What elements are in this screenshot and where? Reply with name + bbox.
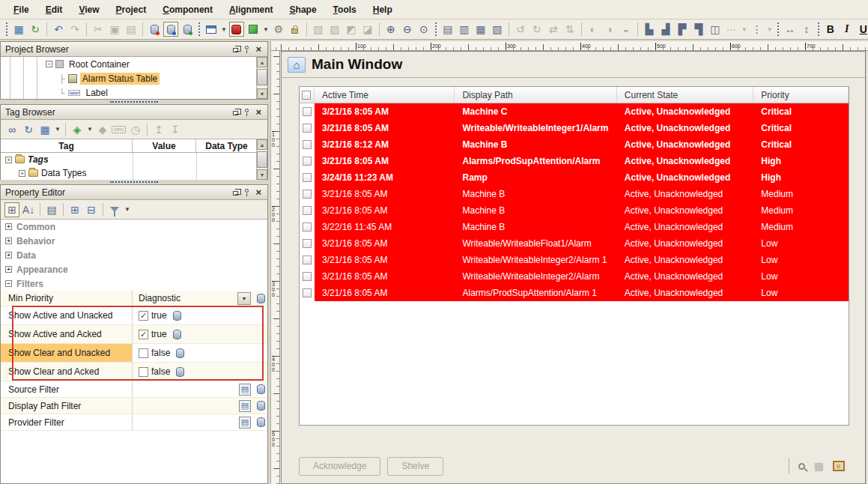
menu-tools[interactable]: Tools [326, 2, 364, 17]
tree-expander-icon[interactable]: − [46, 61, 52, 67]
checkbox-unchecked[interactable] [139, 367, 148, 377]
alarm-row[interactable]: 3/21/16 8:05 AMMachine BActive, Unacknow… [300, 186, 849, 202]
property-row-display-path-filter[interactable]: Display Path Filter▤ [1, 398, 267, 414]
checkbox-checked[interactable]: ✓ [139, 330, 148, 339]
underline-icon[interactable]: U [856, 22, 868, 37]
close-icon[interactable]: × [255, 109, 261, 116]
align-bottom-icon[interactable]: ▜ [691, 22, 706, 37]
alarm-row[interactable]: 3/21/16 8:05 AMWriteable/WriteableIntege… [300, 120, 849, 136]
menu-project[interactable]: Project [109, 2, 154, 17]
section-expander-icon[interactable]: + [5, 266, 12, 273]
scroll-thumb[interactable] [257, 69, 267, 85]
float-icon[interactable] [233, 111, 238, 115]
alarm-row[interactable]: 3/21/16 8:05 AMAlarms/ProdSupAttention/A… [300, 285, 849, 301]
property-row-show-active-and-unacked[interactable]: Show Active and Unacked✓true [1, 306, 267, 325]
tree-item-alarm-status-table[interactable]: ├Alarm Status Table [1, 71, 267, 85]
binding-icon[interactable] [176, 367, 184, 377]
db-read-mode-icon[interactable] [163, 22, 178, 37]
alarm-row[interactable]: 3/21/16 8:05 AMWriteable/WriteableIntege… [300, 268, 849, 285]
categorize-view-icon[interactable]: ⊞ [4, 202, 19, 217]
shape-tool-icon[interactable] [246, 22, 261, 37]
align-top-icon[interactable]: ▛ [675, 22, 690, 37]
save-icon[interactable]: ▦ [11, 22, 26, 37]
alarm-row[interactable]: 3/24/16 11:23 AMRampActive, Unacknowledg… [300, 169, 849, 186]
dropdown-arrow-icon[interactable]: ▼ [87, 126, 93, 133]
shelved-alarms-icon[interactable]: ≡ [833, 461, 845, 471]
scroll-up-icon[interactable]: ▲ [257, 57, 267, 67]
select-all-checkbox[interactable] [302, 91, 311, 100]
float-icon[interactable] [233, 48, 238, 52]
scroll-down-icon[interactable]: ▼ [257, 88, 267, 99]
main-window-titlebar[interactable]: ⌂ Main Window [282, 52, 865, 78]
property-row-show-clear-and-unacked[interactable]: Show Clear and Unackedfalse [1, 344, 267, 363]
tag-tree-item-tags[interactable]: +Tags [1, 153, 267, 166]
binding-icon[interactable] [257, 384, 265, 394]
match-height-icon[interactable]: ↕ [799, 22, 814, 37]
binding-icon[interactable] [176, 348, 184, 358]
filter-properties-icon[interactable] [107, 202, 122, 217]
property-row-provider-filter[interactable]: Provider Filter▤ [1, 414, 267, 431]
close-icon[interactable]: × [255, 189, 261, 196]
tag-tree-item-data-types[interactable]: +Data Types [1, 166, 267, 180]
close-icon[interactable]: × [255, 46, 261, 53]
edit-text-icon[interactable]: ▤ [239, 384, 251, 396]
toolbar-handle[interactable] [6, 22, 7, 36]
zoom-out-icon[interactable]: ⊖ [400, 22, 415, 37]
toolbar-handle[interactable] [435, 22, 437, 36]
toolbar-handle[interactable] [818, 22, 819, 36]
search-icon[interactable] [798, 463, 805, 470]
component-palette-button-icon[interactable] [229, 22, 244, 37]
section-expander-icon[interactable]: + [5, 223, 12, 230]
tag-tree-scrollbar[interactable]: ▲ ▼ [256, 139, 267, 180]
acknowledge-button[interactable]: Acknowledge [299, 457, 380, 476]
row-checkbox[interactable] [303, 239, 312, 248]
show-description-icon[interactable]: ▤ [44, 202, 59, 217]
italic-icon[interactable]: I [840, 22, 855, 37]
open-window-icon[interactable] [204, 22, 219, 37]
tag-refresh-icon[interactable]: ↻ [21, 122, 36, 137]
project-gears-icon[interactable]: ⚙ [271, 22, 286, 37]
align-right-icon[interactable]: ▟ [658, 22, 673, 37]
section-common[interactable]: +Common [1, 220, 267, 234]
section-expander-icon[interactable]: + [5, 252, 12, 258]
row-checkbox[interactable] [303, 107, 312, 116]
dropdown-arrow-icon[interactable]: ▼ [55, 126, 61, 133]
dropdown-arrow-icon[interactable]: ▼ [263, 26, 269, 33]
update-project-icon[interactable]: ↻ [28, 22, 43, 37]
section-expander-icon[interactable]: − [5, 280, 12, 287]
project-tree-scrollbar[interactable]: ▲ ▼ [256, 57, 267, 99]
row-checkbox[interactable] [303, 223, 312, 232]
alarm-row[interactable]: 3/21/16 8:12 AMMachine BActive, Unacknow… [300, 136, 849, 153]
row-checkbox[interactable] [303, 173, 312, 182]
tag-search-icon[interactable]: ∞ [4, 122, 19, 137]
menu-alignment[interactable]: Alignment [222, 2, 281, 17]
column-header-priority[interactable]: Priority [753, 87, 849, 103]
pin-icon[interactable] [245, 46, 249, 49]
db-connection-off-icon[interactable] [147, 22, 162, 37]
move-forward-icon[interactable]: ▤ [440, 22, 455, 37]
property-row-show-active-and-acked[interactable]: Show Active and Acked✓true [1, 325, 267, 344]
menu-help[interactable]: Help [365, 2, 400, 17]
undo-icon[interactable]: ↶ [51, 22, 66, 37]
checkbox-checked[interactable]: ✓ [139, 311, 148, 321]
distribute-vertical-icon[interactable]: ⋮ [750, 22, 765, 37]
row-checkbox[interactable] [303, 255, 312, 264]
dropdown-button[interactable]: ▼ [237, 292, 251, 305]
binding-icon[interactable] [257, 417, 265, 427]
edit-text-icon[interactable]: ▤ [239, 417, 251, 429]
alarm-row[interactable]: 3/21/16 8:05 AMWriteable/WriteableFloat1… [300, 235, 849, 252]
shelve-button[interactable]: Shelve [387, 457, 443, 476]
section-appearance[interactable]: +Appearance [1, 262, 267, 276]
alarm-row[interactable]: 3/21/16 8:05 AMAlarms/ProdSupAttention/A… [300, 153, 849, 169]
property-row-source-filter[interactable]: Source Filter▤ [1, 381, 267, 398]
sort-az-icon[interactable]: A↓ [21, 202, 36, 217]
pin-icon[interactable] [245, 109, 249, 112]
binding-icon[interactable] [257, 294, 265, 303]
section-expander-icon[interactable]: + [5, 238, 12, 244]
scroll-thumb[interactable] [257, 151, 267, 168]
expand-all-icon[interactable]: ⊞ [67, 202, 82, 217]
column-header-active-time[interactable]: Active Time [315, 87, 455, 103]
section-behavior[interactable]: +Behavior [1, 234, 267, 248]
align-left-icon[interactable]: ▙ [642, 22, 657, 37]
toolbar-handle[interactable] [198, 22, 200, 36]
